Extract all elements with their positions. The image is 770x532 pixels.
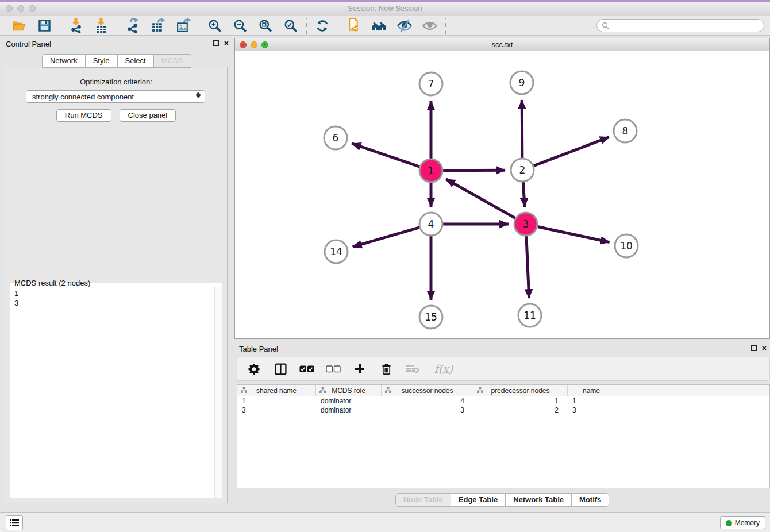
graph-edge-2-8[interactable] xyxy=(534,137,609,166)
close-panel-button[interactable]: Close panel xyxy=(120,109,176,122)
criterion-dropdown[interactable]: strongly connected component xyxy=(26,90,205,103)
table-panel: Table Panel × xyxy=(234,343,770,511)
column-header[interactable]: MCDS role xyxy=(316,385,382,396)
refresh-layout-icon[interactable] xyxy=(314,18,330,34)
add-column-icon[interactable] xyxy=(352,361,367,376)
graph-edge-2-9[interactable] xyxy=(522,100,522,158)
graph-node-3[interactable]: 3 xyxy=(514,213,537,236)
first-neighbors-icon[interactable] xyxy=(371,18,387,34)
column-header[interactable]: successor nodes xyxy=(382,385,473,396)
table-close-panel-icon[interactable]: × xyxy=(762,345,767,352)
svg-text:7: 7 xyxy=(428,78,434,90)
table-cell: 1 xyxy=(237,396,316,406)
tab-style[interactable]: Style xyxy=(86,54,118,68)
svg-text:2: 2 xyxy=(519,164,526,176)
control-panel-tabs: Network Style Select MCDS xyxy=(1,54,232,68)
task-history-button[interactable] xyxy=(6,515,23,530)
svg-text:10: 10 xyxy=(620,240,633,252)
table-cell: dominator xyxy=(316,396,382,406)
network-minimize-button[interactable]: - xyxy=(251,41,257,48)
import-network-icon[interactable] xyxy=(68,18,84,34)
tab-edge-table[interactable]: Edge Table xyxy=(451,493,506,507)
delete-table-icon xyxy=(405,361,420,376)
graph-node-11[interactable]: 11 xyxy=(518,304,541,327)
tab-network[interactable]: Network xyxy=(42,54,86,68)
export-image-icon[interactable] xyxy=(175,18,191,34)
search-box[interactable] xyxy=(596,19,764,32)
column-header[interactable]: shared name xyxy=(237,385,316,396)
table-float-panel-icon[interactable] xyxy=(751,345,757,351)
table-cell: 2 xyxy=(473,406,568,415)
run-mcds-button[interactable]: Run MCDS xyxy=(56,109,111,122)
column-header[interactable]: predecessor nodes xyxy=(473,385,568,396)
export-network-icon[interactable] xyxy=(125,18,141,34)
graph-edge-2-3[interactable] xyxy=(523,182,525,207)
graph-edge-4-14[interactable] xyxy=(353,228,419,247)
search-input[interactable] xyxy=(612,21,764,31)
tab-motifs[interactable]: Motifs xyxy=(572,493,609,507)
graph-edge-3-1[interactable] xyxy=(446,179,515,218)
mcds-result-text[interactable]: 1 3 xyxy=(10,287,214,498)
table-cell: 1 xyxy=(568,396,615,406)
graph-edge-1-2[interactable] xyxy=(443,170,505,171)
table-toolbar: f(x) xyxy=(237,357,770,381)
graph-edge-3-11[interactable] xyxy=(526,236,529,298)
tab-mcds[interactable]: MCDS xyxy=(154,54,191,68)
graph-node-14[interactable]: 14 xyxy=(325,240,348,263)
svg-text:8: 8 xyxy=(622,125,629,137)
graph-edge-1-6[interactable] xyxy=(352,144,419,167)
table-cell: 3 xyxy=(237,406,316,415)
graph-node-6[interactable]: 6 xyxy=(324,126,347,149)
table-cell: 3 xyxy=(382,406,473,415)
hide-selected-icon[interactable] xyxy=(396,18,413,34)
svg-text:6: 6 xyxy=(333,132,339,144)
optimization-criterion-label: Optimization criterion: xyxy=(5,78,227,86)
graph-node-2[interactable]: 2 xyxy=(511,159,534,182)
float-panel-icon[interactable] xyxy=(213,40,219,46)
memory-button[interactable]: Memory xyxy=(720,516,765,529)
network-zoom-button[interactable]: + xyxy=(261,41,268,48)
export-table-icon[interactable] xyxy=(150,18,166,34)
graph-node-10[interactable]: 10 xyxy=(615,234,638,257)
tab-network-table[interactable]: Network Table xyxy=(506,493,572,507)
import-table-icon[interactable] xyxy=(93,18,109,34)
zoom-fit-icon[interactable] xyxy=(257,18,274,34)
network-window-title: scc.txt xyxy=(235,38,769,49)
network-canvas[interactable]: 7968124314101511 xyxy=(235,51,769,338)
open-file-icon[interactable] xyxy=(11,18,27,34)
gear-icon[interactable] xyxy=(247,361,261,376)
network-view-window: x - + scc.txt 7968124314101511 xyxy=(234,38,770,339)
table-row[interactable]: 3dominator323 xyxy=(237,406,769,415)
mcds-panel-body: Optimization criterion: strongly connect… xyxy=(5,67,228,503)
graph-edge-3-10[interactable] xyxy=(538,226,610,242)
deselect-all-icon[interactable] xyxy=(326,361,341,376)
graph-node-8[interactable]: 8 xyxy=(614,119,637,142)
graph-node-7[interactable]: 7 xyxy=(419,72,442,95)
select-all-icon[interactable] xyxy=(299,361,314,376)
save-session-icon[interactable] xyxy=(36,18,52,34)
table-row[interactable]: 1dominator411 xyxy=(237,396,769,406)
column-header[interactable]: name xyxy=(568,385,615,396)
network-window-titlebar[interactable]: x - + scc.txt xyxy=(235,38,769,51)
result-scrollbar[interactable] xyxy=(214,287,222,498)
copy-network-icon[interactable] xyxy=(346,18,362,34)
graph-node-9[interactable]: 9 xyxy=(510,71,533,94)
graph-node-4[interactable]: 4 xyxy=(419,213,442,236)
delete-column-icon[interactable] xyxy=(379,361,394,376)
zoom-out-icon[interactable] xyxy=(232,18,248,34)
node-table[interactable]: shared nameMCDS rolesuccessor nodesprede… xyxy=(237,384,770,488)
svg-text:3: 3 xyxy=(523,218,529,230)
zoom-in-icon[interactable] xyxy=(207,18,223,34)
table-cell: dominator xyxy=(316,406,382,415)
close-panel-icon[interactable]: × xyxy=(224,40,229,47)
network-close-button[interactable]: x xyxy=(240,41,247,48)
graph-node-15[interactable]: 15 xyxy=(419,306,442,329)
function-builder-icon: f(x) xyxy=(432,361,456,376)
tab-node-table[interactable]: Node Table xyxy=(395,493,451,507)
graph-node-1[interactable]: 1 xyxy=(419,159,442,182)
zoom-selected-icon[interactable] xyxy=(283,18,299,34)
network-graph[interactable]: 7968124314101511 xyxy=(235,51,769,338)
tab-select[interactable]: Select xyxy=(118,54,154,68)
column-layout-icon[interactable] xyxy=(273,361,288,376)
criterion-value: strongly connected component xyxy=(32,92,134,101)
